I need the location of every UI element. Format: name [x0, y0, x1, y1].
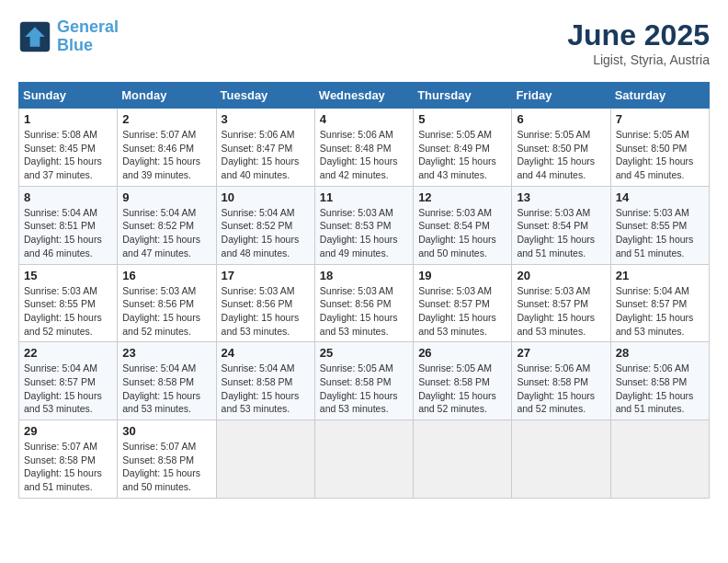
day-number: 3	[222, 112, 310, 126]
day-number: 8	[24, 190, 112, 204]
calendar-cell: 18Sunrise: 5:03 AM Sunset: 8:56 PM Dayli…	[314, 264, 413, 342]
calendar-week-row: 22Sunrise: 5:04 AM Sunset: 8:57 PM Dayli…	[19, 342, 710, 420]
calendar-cell	[216, 420, 314, 499]
day-number: 5	[418, 112, 506, 126]
weekday-header: Wednesday	[314, 83, 413, 109]
calendar-cell: 2Sunrise: 5:07 AM Sunset: 8:46 PM Daylig…	[118, 109, 216, 187]
day-number: 14	[616, 190, 704, 204]
weekday-header: Thursday	[414, 83, 512, 109]
calendar-cell: 4Sunrise: 5:06 AM Sunset: 8:48 PM Daylig…	[314, 109, 413, 187]
day-number: 25	[320, 346, 408, 360]
day-number: 11	[320, 190, 408, 204]
calendar-cell: 21Sunrise: 5:04 AM Sunset: 8:57 PM Dayli…	[610, 264, 709, 342]
calendar-cell: 8Sunrise: 5:04 AM Sunset: 8:51 PM Daylig…	[19, 186, 118, 264]
day-number: 21	[616, 269, 704, 282]
calendar-cell: 26Sunrise: 5:05 AM Sunset: 8:58 PM Dayli…	[414, 342, 512, 420]
day-info: Sunrise: 5:03 AM Sunset: 8:54 PM Dayligh…	[517, 206, 605, 260]
calendar-cell: 3Sunrise: 5:06 AM Sunset: 8:47 PM Daylig…	[216, 109, 314, 187]
day-info: Sunrise: 5:05 AM Sunset: 8:50 PM Dayligh…	[517, 128, 605, 182]
day-number: 16	[122, 269, 210, 282]
calendar-cell	[414, 420, 512, 499]
day-info: Sunrise: 5:08 AM Sunset: 8:45 PM Dayligh…	[24, 128, 112, 182]
day-info: Sunrise: 5:05 AM Sunset: 8:58 PM Dayligh…	[320, 362, 408, 416]
logo: General Blue	[18, 18, 119, 55]
day-info: Sunrise: 5:03 AM Sunset: 8:56 PM Dayligh…	[320, 284, 408, 339]
day-number: 17	[222, 269, 310, 282]
day-number: 9	[122, 190, 210, 204]
logo-line2: Blue	[57, 36, 93, 54]
day-info: Sunrise: 5:06 AM Sunset: 8:47 PM Dayligh…	[222, 128, 310, 182]
logo-text: General Blue	[57, 18, 119, 55]
calendar-cell: 30Sunrise: 5:07 AM Sunset: 8:58 PM Dayli…	[118, 420, 216, 499]
calendar-cell: 9Sunrise: 5:04 AM Sunset: 8:52 PM Daylig…	[118, 186, 216, 264]
calendar-week-row: 1Sunrise: 5:08 AM Sunset: 8:45 PM Daylig…	[19, 109, 710, 187]
subtitle: Ligist, Styria, Austria	[567, 52, 710, 67]
day-info: Sunrise: 5:04 AM Sunset: 8:52 PM Dayligh…	[222, 206, 310, 260]
logo-icon	[18, 20, 51, 53]
day-number: 15	[24, 269, 112, 282]
day-info: Sunrise: 5:06 AM Sunset: 8:58 PM Dayligh…	[616, 362, 704, 416]
day-info: Sunrise: 5:03 AM Sunset: 8:53 PM Dayligh…	[320, 206, 408, 260]
calendar-cell	[512, 420, 610, 499]
day-number: 29	[24, 424, 112, 438]
day-number: 30	[122, 424, 210, 438]
day-info: Sunrise: 5:04 AM Sunset: 8:52 PM Dayligh…	[122, 206, 210, 260]
calendar-cell: 1Sunrise: 5:08 AM Sunset: 8:45 PM Daylig…	[19, 109, 118, 187]
day-info: Sunrise: 5:06 AM Sunset: 8:48 PM Dayligh…	[320, 128, 408, 182]
calendar-cell: 16Sunrise: 5:03 AM Sunset: 8:56 PM Dayli…	[118, 264, 216, 342]
day-info: Sunrise: 5:05 AM Sunset: 8:49 PM Dayligh…	[418, 128, 506, 182]
day-info: Sunrise: 5:04 AM Sunset: 8:57 PM Dayligh…	[24, 362, 112, 416]
day-number: 1	[24, 112, 112, 126]
calendar-cell: 27Sunrise: 5:06 AM Sunset: 8:58 PM Dayli…	[512, 342, 610, 420]
day-info: Sunrise: 5:04 AM Sunset: 8:58 PM Dayligh…	[122, 362, 210, 416]
header: General Blue June 2025 Ligist, Styria, A…	[18, 18, 710, 67]
day-info: Sunrise: 5:04 AM Sunset: 8:58 PM Dayligh…	[222, 362, 310, 416]
day-info: Sunrise: 5:05 AM Sunset: 8:50 PM Dayligh…	[616, 128, 704, 182]
day-info: Sunrise: 5:07 AM Sunset: 8:58 PM Dayligh…	[24, 440, 112, 494]
calendar: SundayMondayTuesdayWednesdayThursdayFrid…	[18, 82, 710, 499]
calendar-cell: 12Sunrise: 5:03 AM Sunset: 8:54 PM Dayli…	[414, 186, 512, 264]
weekday-header: Friday	[512, 83, 610, 109]
day-number: 6	[517, 112, 605, 126]
weekday-header: Monday	[118, 83, 216, 109]
calendar-cell: 7Sunrise: 5:05 AM Sunset: 8:50 PM Daylig…	[610, 109, 709, 187]
day-number: 2	[122, 112, 210, 126]
day-info: Sunrise: 5:04 AM Sunset: 8:57 PM Dayligh…	[616, 284, 704, 339]
day-info: Sunrise: 5:07 AM Sunset: 8:46 PM Dayligh…	[122, 128, 210, 182]
day-info: Sunrise: 5:04 AM Sunset: 8:51 PM Dayligh…	[24, 206, 112, 260]
calendar-week-row: 15Sunrise: 5:03 AM Sunset: 8:55 PM Dayli…	[19, 264, 710, 342]
day-info: Sunrise: 5:03 AM Sunset: 8:57 PM Dayligh…	[517, 284, 605, 339]
day-info: Sunrise: 5:05 AM Sunset: 8:58 PM Dayligh…	[418, 362, 506, 416]
day-info: Sunrise: 5:03 AM Sunset: 8:55 PM Dayligh…	[24, 284, 112, 339]
day-number: 4	[320, 112, 408, 126]
calendar-cell: 10Sunrise: 5:04 AM Sunset: 8:52 PM Dayli…	[216, 186, 314, 264]
calendar-cell: 5Sunrise: 5:05 AM Sunset: 8:49 PM Daylig…	[414, 109, 512, 187]
calendar-cell	[610, 420, 709, 499]
calendar-cell: 24Sunrise: 5:04 AM Sunset: 8:58 PM Dayli…	[216, 342, 314, 420]
day-info: Sunrise: 5:03 AM Sunset: 8:54 PM Dayligh…	[418, 206, 506, 260]
day-number: 22	[24, 346, 112, 360]
day-info: Sunrise: 5:03 AM Sunset: 8:56 PM Dayligh…	[222, 284, 310, 339]
day-info: Sunrise: 5:03 AM Sunset: 8:55 PM Dayligh…	[616, 206, 704, 260]
calendar-cell: 6Sunrise: 5:05 AM Sunset: 8:50 PM Daylig…	[512, 109, 610, 187]
calendar-cell	[314, 420, 413, 499]
calendar-cell: 22Sunrise: 5:04 AM Sunset: 8:57 PM Dayli…	[19, 342, 118, 420]
weekday-header: Sunday	[19, 83, 118, 109]
calendar-cell: 13Sunrise: 5:03 AM Sunset: 8:54 PM Dayli…	[512, 186, 610, 264]
calendar-cell: 11Sunrise: 5:03 AM Sunset: 8:53 PM Dayli…	[314, 186, 413, 264]
calendar-cell: 29Sunrise: 5:07 AM Sunset: 8:58 PM Dayli…	[19, 420, 118, 499]
calendar-header-row: SundayMondayTuesdayWednesdayThursdayFrid…	[19, 83, 710, 109]
weekday-header: Saturday	[610, 83, 709, 109]
calendar-cell: 25Sunrise: 5:05 AM Sunset: 8:58 PM Dayli…	[314, 342, 413, 420]
day-number: 20	[517, 269, 605, 282]
logo-line1: General	[57, 17, 119, 36]
day-number: 7	[616, 112, 704, 126]
day-info: Sunrise: 5:06 AM Sunset: 8:58 PM Dayligh…	[517, 362, 605, 416]
calendar-cell: 23Sunrise: 5:04 AM Sunset: 8:58 PM Dayli…	[118, 342, 216, 420]
day-info: Sunrise: 5:03 AM Sunset: 8:56 PM Dayligh…	[122, 284, 210, 339]
day-number: 23	[122, 346, 210, 360]
calendar-cell: 20Sunrise: 5:03 AM Sunset: 8:57 PM Dayli…	[512, 264, 610, 342]
calendar-cell: 15Sunrise: 5:03 AM Sunset: 8:55 PM Dayli…	[19, 264, 118, 342]
day-number: 24	[222, 346, 310, 360]
calendar-week-row: 29Sunrise: 5:07 AM Sunset: 8:58 PM Dayli…	[19, 420, 710, 499]
